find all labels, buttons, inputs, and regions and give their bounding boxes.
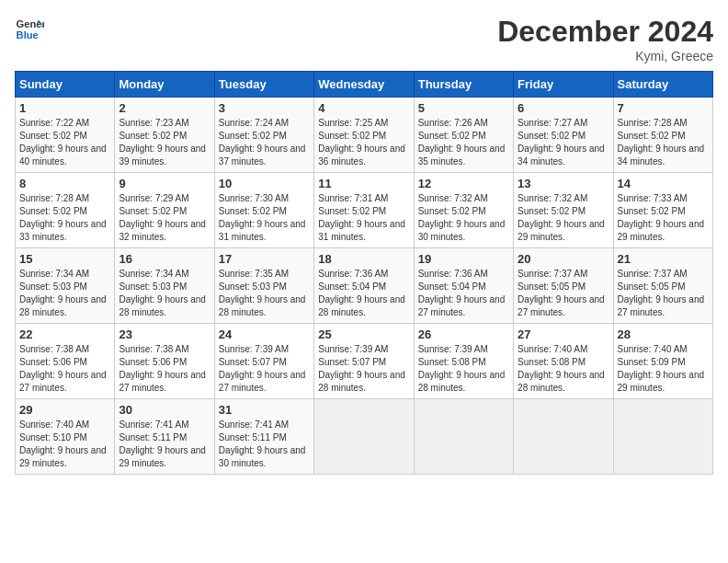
calendar-cell: 26Sunrise: 7:39 AMSunset: 5:08 PMDayligh… bbox=[414, 324, 513, 399]
calendar-week-row: 15Sunrise: 7:34 AMSunset: 5:03 PMDayligh… bbox=[16, 248, 713, 324]
day-info: Sunrise: 7:35 AMSunset: 5:03 PMDaylight:… bbox=[219, 268, 310, 319]
calendar-cell: 4Sunrise: 7:25 AMSunset: 5:02 PMDaylight… bbox=[314, 98, 414, 173]
calendar-cell: 6Sunrise: 7:27 AMSunset: 5:02 PMDaylight… bbox=[514, 98, 613, 173]
logo-icon: General Blue bbox=[15, 15, 44, 44]
day-number: 31 bbox=[219, 403, 310, 417]
calendar-cell: 17Sunrise: 7:35 AMSunset: 5:03 PMDayligh… bbox=[214, 248, 313, 324]
day-number: 24 bbox=[219, 327, 310, 341]
day-info: Sunrise: 7:34 AMSunset: 5:03 PMDaylight:… bbox=[119, 268, 210, 319]
day-info: Sunrise: 7:39 AMSunset: 5:07 PMDaylight:… bbox=[318, 343, 409, 395]
day-number: 12 bbox=[418, 177, 509, 190]
day-number: 28 bbox=[618, 327, 709, 341]
day-info: Sunrise: 7:39 AMSunset: 5:07 PMDaylight:… bbox=[219, 343, 310, 395]
day-number: 5 bbox=[418, 101, 509, 115]
calendar-cell: 23Sunrise: 7:38 AMSunset: 5:06 PMDayligh… bbox=[115, 324, 214, 399]
day-number: 4 bbox=[318, 101, 409, 115]
day-info: Sunrise: 7:31 AMSunset: 5:02 PMDaylight:… bbox=[318, 192, 409, 244]
day-info: Sunrise: 7:28 AMSunset: 5:02 PMDaylight:… bbox=[19, 192, 110, 244]
calendar-cell: 11Sunrise: 7:31 AMSunset: 5:02 PMDayligh… bbox=[314, 173, 414, 248]
day-info: Sunrise: 7:41 AMSunset: 5:11 PMDaylight:… bbox=[119, 419, 210, 470]
location-title: Kymi, Greece bbox=[497, 49, 713, 63]
calendar-cell: 24Sunrise: 7:39 AMSunset: 5:07 PMDayligh… bbox=[214, 324, 313, 399]
calendar-cell: 3Sunrise: 7:24 AMSunset: 5:02 PMDaylight… bbox=[214, 98, 313, 173]
day-info: Sunrise: 7:37 AMSunset: 5:05 PMDaylight:… bbox=[518, 268, 609, 319]
weekday-header-thursday: Thursday bbox=[414, 72, 513, 98]
day-number: 18 bbox=[318, 252, 409, 266]
day-number: 10 bbox=[219, 177, 310, 190]
day-number: 13 bbox=[518, 177, 609, 190]
calendar-cell: 19Sunrise: 7:36 AMSunset: 5:04 PMDayligh… bbox=[414, 248, 513, 324]
weekday-header-saturday: Saturday bbox=[613, 72, 712, 98]
calendar-cell: 18Sunrise: 7:36 AMSunset: 5:04 PMDayligh… bbox=[314, 248, 414, 324]
day-info: Sunrise: 7:25 AMSunset: 5:02 PMDaylight:… bbox=[318, 117, 409, 168]
day-info: Sunrise: 7:38 AMSunset: 5:06 PMDaylight:… bbox=[119, 343, 210, 395]
day-info: Sunrise: 7:26 AMSunset: 5:02 PMDaylight:… bbox=[418, 117, 509, 168]
day-number: 9 bbox=[119, 177, 210, 190]
calendar-cell: 25Sunrise: 7:39 AMSunset: 5:07 PMDayligh… bbox=[314, 324, 414, 399]
day-info: Sunrise: 7:27 AMSunset: 5:02 PMDaylight:… bbox=[518, 117, 609, 168]
calendar-cell bbox=[613, 399, 712, 475]
month-title: December 2024 bbox=[497, 15, 713, 49]
calendar-cell: 14Sunrise: 7:33 AMSunset: 5:02 PMDayligh… bbox=[613, 173, 712, 248]
day-number: 7 bbox=[618, 101, 709, 115]
calendar-cell: 8Sunrise: 7:28 AMSunset: 5:02 PMDaylight… bbox=[16, 173, 115, 248]
calendar-cell: 20Sunrise: 7:37 AMSunset: 5:05 PMDayligh… bbox=[514, 248, 613, 324]
svg-text:Blue: Blue bbox=[17, 29, 39, 40]
day-number: 19 bbox=[418, 252, 509, 266]
day-number: 6 bbox=[518, 101, 609, 115]
title-area: December 2024 Kymi, Greece bbox=[497, 15, 713, 63]
day-number: 16 bbox=[119, 252, 210, 266]
day-number: 3 bbox=[219, 101, 310, 115]
calendar-cell: 16Sunrise: 7:34 AMSunset: 5:03 PMDayligh… bbox=[115, 248, 214, 324]
calendar-cell: 1Sunrise: 7:22 AMSunset: 5:02 PMDaylight… bbox=[16, 98, 115, 173]
day-info: Sunrise: 7:38 AMSunset: 5:06 PMDaylight:… bbox=[19, 343, 110, 395]
day-info: Sunrise: 7:24 AMSunset: 5:02 PMDaylight:… bbox=[219, 117, 310, 168]
day-info: Sunrise: 7:30 AMSunset: 5:02 PMDaylight:… bbox=[219, 192, 310, 244]
calendar-cell: 29Sunrise: 7:40 AMSunset: 5:10 PMDayligh… bbox=[16, 399, 115, 475]
day-number: 11 bbox=[318, 177, 409, 190]
weekday-header-monday: Monday bbox=[115, 72, 214, 98]
weekday-header-sunday: Sunday bbox=[16, 72, 115, 98]
calendar-cell bbox=[314, 399, 414, 475]
day-number: 2 bbox=[119, 101, 210, 115]
calendar-body: 1Sunrise: 7:22 AMSunset: 5:02 PMDaylight… bbox=[16, 98, 713, 475]
day-number: 26 bbox=[418, 327, 509, 341]
day-info: Sunrise: 7:28 AMSunset: 5:02 PMDaylight:… bbox=[618, 117, 709, 168]
day-info: Sunrise: 7:36 AMSunset: 5:04 PMDaylight:… bbox=[418, 268, 509, 319]
weekday-header-wednesday: Wednesday bbox=[314, 72, 414, 98]
day-info: Sunrise: 7:41 AMSunset: 5:11 PMDaylight:… bbox=[219, 419, 310, 470]
calendar-cell: 21Sunrise: 7:37 AMSunset: 5:05 PMDayligh… bbox=[613, 248, 712, 324]
calendar-cell: 7Sunrise: 7:28 AMSunset: 5:02 PMDaylight… bbox=[613, 98, 712, 173]
day-info: Sunrise: 7:33 AMSunset: 5:02 PMDaylight:… bbox=[618, 192, 709, 244]
svg-text:General: General bbox=[17, 18, 44, 29]
calendar-week-row: 1Sunrise: 7:22 AMSunset: 5:02 PMDaylight… bbox=[16, 98, 713, 173]
calendar-cell: 13Sunrise: 7:32 AMSunset: 5:02 PMDayligh… bbox=[514, 173, 613, 248]
calendar-cell bbox=[414, 399, 513, 475]
day-number: 29 bbox=[19, 403, 110, 417]
day-number: 15 bbox=[19, 252, 110, 266]
calendar-cell: 15Sunrise: 7:34 AMSunset: 5:03 PMDayligh… bbox=[16, 248, 115, 324]
calendar-cell: 2Sunrise: 7:23 AMSunset: 5:02 PMDaylight… bbox=[115, 98, 214, 173]
calendar-table: SundayMondayTuesdayWednesdayThursdayFrid… bbox=[15, 71, 713, 475]
day-info: Sunrise: 7:29 AMSunset: 5:02 PMDaylight:… bbox=[119, 192, 210, 244]
weekday-header-friday: Friday bbox=[514, 72, 613, 98]
day-number: 20 bbox=[518, 252, 609, 266]
day-info: Sunrise: 7:40 AMSunset: 5:08 PMDaylight:… bbox=[518, 343, 609, 395]
calendar-week-row: 22Sunrise: 7:38 AMSunset: 5:06 PMDayligh… bbox=[16, 324, 713, 399]
day-info: Sunrise: 7:39 AMSunset: 5:08 PMDaylight:… bbox=[418, 343, 509, 395]
calendar-cell: 5Sunrise: 7:26 AMSunset: 5:02 PMDaylight… bbox=[414, 98, 513, 173]
weekday-header-row: SundayMondayTuesdayWednesdayThursdayFrid… bbox=[16, 72, 713, 98]
day-number: 27 bbox=[518, 327, 609, 341]
day-number: 21 bbox=[618, 252, 709, 266]
day-number: 25 bbox=[318, 327, 409, 341]
day-info: Sunrise: 7:34 AMSunset: 5:03 PMDaylight:… bbox=[19, 268, 110, 319]
calendar-cell: 31Sunrise: 7:41 AMSunset: 5:11 PMDayligh… bbox=[214, 399, 313, 475]
day-number: 1 bbox=[19, 101, 110, 115]
calendar-cell: 30Sunrise: 7:41 AMSunset: 5:11 PMDayligh… bbox=[115, 399, 214, 475]
day-number: 14 bbox=[618, 177, 709, 190]
calendar-cell: 12Sunrise: 7:32 AMSunset: 5:02 PMDayligh… bbox=[414, 173, 513, 248]
calendar-cell bbox=[514, 399, 613, 475]
day-number: 23 bbox=[119, 327, 210, 341]
day-info: Sunrise: 7:37 AMSunset: 5:05 PMDaylight:… bbox=[618, 268, 709, 319]
day-info: Sunrise: 7:32 AMSunset: 5:02 PMDaylight:… bbox=[518, 192, 609, 244]
